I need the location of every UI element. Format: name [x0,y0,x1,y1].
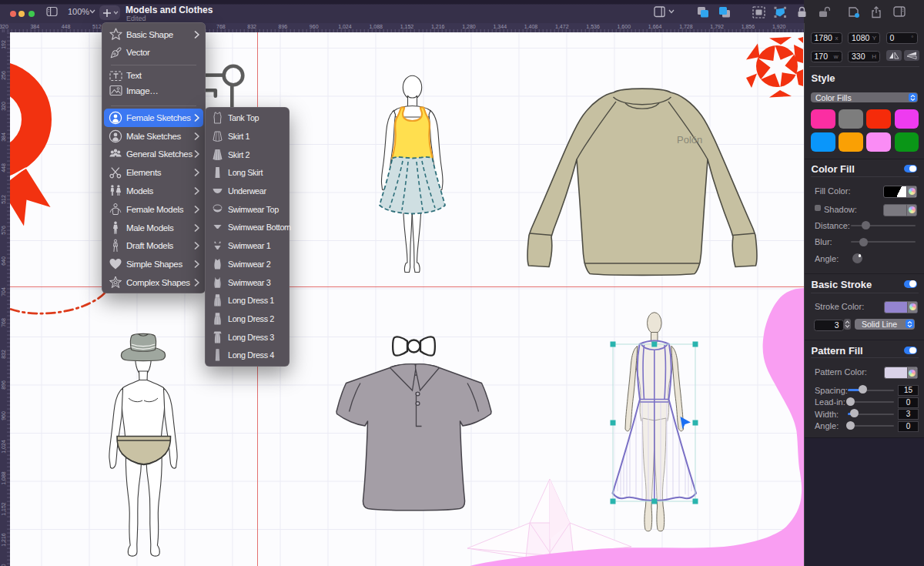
svg-text:Polön: Polön [677,134,702,146]
